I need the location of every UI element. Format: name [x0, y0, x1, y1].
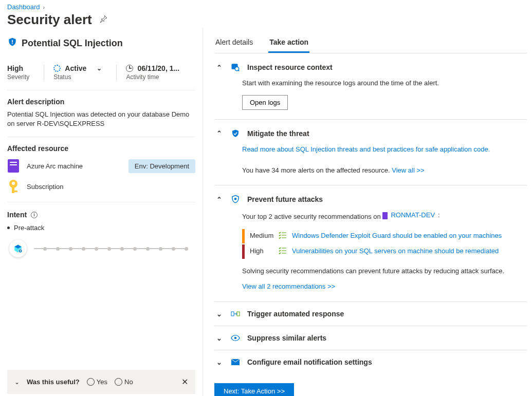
section-prevent: ⌃ Prevent future attacks Your top 2 acti… — [214, 185, 527, 302]
breadcrumb-root[interactable]: Dashboard — [7, 3, 40, 11]
svg-point-7 — [234, 198, 237, 200]
view-all-alerts-link[interactable]: View all >> — [392, 166, 424, 174]
timeline-start-icon — [9, 240, 27, 257]
prevent-icon — [231, 195, 240, 204]
section-title: Suppress similar alerts — [247, 334, 326, 342]
prevent-resource-link[interactable]: RONMAT-DEV — [391, 210, 435, 221]
stat-activity: 06/11/20, 1... Activity time — [116, 64, 194, 81]
chevron-down-icon: ⌄ — [216, 310, 224, 318]
chevron-down-icon: ⌄ — [216, 359, 224, 366]
chevron-down-icon[interactable]: ⌄ — [14, 379, 20, 386]
svg-line-6 — [238, 70, 239, 71]
chevron-up-icon: ⌃ — [216, 129, 224, 137]
env-badge: Env: Development — [129, 159, 195, 173]
feedback-question: Was this useful? — [27, 378, 80, 386]
feedback-yes[interactable]: Yes — [87, 378, 107, 386]
alert-title-row: Potential SQL Injection — [7, 37, 195, 50]
info-icon[interactable]: i — [31, 212, 38, 218]
stats-row: High Severity Active ⌄ Status 06/11/20, … — [7, 61, 195, 90]
section-title: Inspect resource context — [247, 63, 333, 71]
intent-timeline — [7, 240, 195, 257]
next-take-action-button[interactable]: Next: Take Action >> — [214, 383, 294, 396]
close-icon[interactable]: ✕ — [181, 377, 188, 387]
stat-status[interactable]: Active ⌄ Status — [44, 64, 116, 81]
chevron-down-icon: ⌄ — [216, 334, 224, 342]
tab-take-action[interactable]: Take action — [268, 34, 309, 53]
description-heading: Alert description — [7, 98, 195, 106]
resource-row[interactable]: Azure Arc machine Env: Development — [7, 159, 195, 173]
recommendation-row[interactable]: High Vulnerabilities on your SQL servers… — [242, 244, 525, 259]
section-title: Configure email notification settings — [247, 358, 372, 366]
tab-alert-details[interactable]: Alert details — [214, 34, 254, 53]
affected-heading: Affected resource — [7, 144, 195, 153]
mitigate-link[interactable]: Read more about SQL Injection threats an… — [242, 145, 490, 153]
feedback-bar: ⌄ Was this useful? Yes No ✕ — [7, 370, 195, 394]
severity-label: High — [250, 246, 279, 257]
inspect-body: Start with examining the resource logs a… — [242, 78, 525, 89]
shield-icon — [7, 37, 17, 50]
resource-row[interactable]: Subscription — [7, 179, 195, 194]
page-title: Security alert — [7, 12, 92, 28]
checklist-icon — [279, 246, 287, 258]
section-inspect: ⌃ Inspect resource context Start with ex… — [214, 53, 527, 120]
pin-icon[interactable] — [99, 15, 107, 25]
resource-name: Subscription — [27, 183, 64, 191]
chevron-down-icon: ⌄ — [90, 65, 102, 72]
section-email: ⌄ Configure email notification settings — [214, 350, 527, 374]
description-text: Potential SQL Injection was detected on … — [7, 110, 195, 128]
section-description: Alert description Potential SQL Injectio… — [7, 90, 195, 137]
checklist-icon — [279, 230, 287, 242]
mitigate-more: You have 34 more alerts on the affected … — [242, 166, 392, 174]
key-icon — [8, 180, 19, 193]
section-intent: Intent i Pre-attack — [7, 211, 195, 257]
breadcrumb: Dashboard › — [7, 3, 523, 11]
prevent-footer: Solving security recommendations can pre… — [242, 266, 525, 277]
severity-label: Medium — [250, 231, 279, 241]
mail-icon — [231, 357, 240, 367]
section-suppress: ⌄ Suppress similar alerts — [214, 326, 527, 350]
feedback-no[interactable]: No — [115, 378, 133, 386]
section-title: Mitigate the threat — [247, 129, 309, 138]
stat-severity: High Severity — [7, 64, 44, 81]
arc-machine-icon — [382, 212, 388, 219]
svg-rect-1 — [12, 43, 13, 44]
tabs: Alert details Take action — [214, 32, 527, 53]
section-affected: Affected resource Azure Arc machine Env:… — [7, 137, 195, 202]
section-trigger: ⌄ Trigger automated response — [214, 302, 527, 326]
svg-rect-0 — [12, 40, 13, 43]
clock-icon — [126, 65, 133, 72]
inspect-icon — [231, 63, 240, 72]
mitigate-icon — [231, 129, 240, 138]
open-logs-button[interactable]: Open logs — [242, 95, 288, 110]
svg-rect-15 — [237, 312, 240, 316]
view-all-recommendations-link[interactable]: View all 2 recommendations >> — [242, 282, 335, 290]
chevron-right-icon: › — [43, 4, 45, 10]
recommendation-link[interactable]: Vulnerabilities on your SQL servers on m… — [292, 246, 499, 257]
resource-name: Azure Arc machine — [27, 162, 83, 170]
chevron-up-icon: ⌃ — [216, 196, 224, 203]
prevent-intro: Your top 2 active security recommendatio… — [242, 213, 382, 221]
automation-icon — [231, 309, 240, 318]
recommendation-row[interactable]: Medium Windows Defender Exploit Guard sh… — [242, 229, 525, 243]
spinner-icon — [53, 65, 61, 72]
chevron-up-icon: ⌃ — [216, 64, 224, 71]
section-title: Prevent future attacks — [247, 195, 323, 203]
recommendation-link[interactable]: Windows Defender Exploit Guard should be… — [292, 231, 502, 241]
section-title: Trigger automated response — [247, 310, 344, 318]
intent-stage: Pre-attack — [7, 224, 195, 232]
section-mitigate: ⌃ Mitigate the threat Read more about SQ… — [214, 120, 527, 186]
arc-machine-icon — [8, 159, 19, 173]
eye-icon — [231, 333, 240, 343]
alert-title: Potential SQL Injection — [22, 38, 123, 49]
svg-rect-14 — [231, 312, 234, 316]
intent-heading: Intent — [7, 211, 27, 219]
svg-point-16 — [234, 337, 237, 340]
